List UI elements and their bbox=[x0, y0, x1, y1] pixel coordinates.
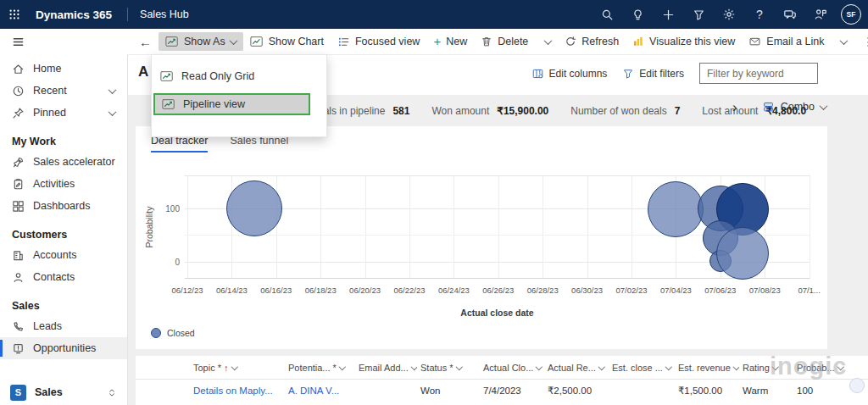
x-gridline bbox=[542, 175, 543, 279]
person-icon bbox=[12, 271, 25, 284]
x-gridline bbox=[365, 175, 366, 279]
row-select-cell[interactable] bbox=[136, 380, 190, 402]
legend-dot-icon bbox=[151, 328, 161, 338]
opportunities-grid: Topic * ↑Potentia... *Email Add...Status… bbox=[136, 356, 868, 405]
edit-columns-icon bbox=[531, 68, 544, 80]
x-tick-label: 06/14/23 bbox=[208, 286, 255, 295]
show-chart-button[interactable]: Show Chart bbox=[243, 32, 331, 51]
x-tick-label: 07/04/23 bbox=[652, 286, 699, 295]
bubble-06-15-23-p100[interactable] bbox=[226, 180, 282, 236]
menu-item-read-only-grid[interactable]: Read Only Grid bbox=[160, 66, 320, 86]
filter-icon[interactable] bbox=[683, 0, 714, 29]
table-row[interactable]: Details on Maply...A. DINA V...Won7/4/20… bbox=[136, 380, 868, 402]
chevron-down-icon bbox=[455, 363, 462, 370]
bubble-07-04-23-p98[interactable] bbox=[648, 181, 704, 237]
chevron-down-icon bbox=[229, 36, 237, 45]
column-header-actual-clo[interactable]: Actual Clo... bbox=[480, 356, 544, 380]
show-chart-icon bbox=[250, 36, 264, 47]
x-gridline bbox=[498, 175, 499, 279]
sidebar-item-accounts[interactable]: Accounts bbox=[0, 244, 127, 266]
delete-button[interactable]: Delete bbox=[474, 32, 535, 51]
column-header-potentia[interactable]: Potentia... * bbox=[285, 356, 355, 380]
chevron-down-icon bbox=[837, 363, 844, 370]
column-header-est-revenue[interactable]: Est. revenue bbox=[675, 356, 739, 380]
sidebar-item-contacts[interactable]: Contacts bbox=[0, 266, 127, 288]
metrics-scroll-right-chevron[interactable]: › bbox=[732, 99, 737, 116]
edit-filters-button[interactable]: Edit filters bbox=[622, 68, 684, 80]
column-header-label: Est. close ... bbox=[612, 363, 663, 373]
email-link-label: Email a Link bbox=[766, 36, 824, 47]
y-tick-0: 0 bbox=[156, 258, 180, 267]
settings-gear-icon[interactable] bbox=[714, 0, 744, 29]
tab-deal-tracker[interactable]: Deal tracker bbox=[151, 135, 208, 153]
focused-view-label: Focused view bbox=[355, 36, 420, 47]
sidebar-item-recent[interactable]: Recent bbox=[0, 80, 127, 102]
chart-type-selector[interactable]: Combo bbox=[762, 101, 826, 113]
chevron-down-icon[interactable] bbox=[108, 86, 117, 94]
area-label: Sales bbox=[35, 386, 63, 398]
column-header-est-close[interactable]: Est. close ... bbox=[609, 356, 675, 380]
bubble-07-07-23-p16[interactable] bbox=[716, 227, 769, 280]
column-header-probab[interactable]: Probab... bbox=[793, 356, 868, 380]
scroll-indicator[interactable] bbox=[849, 378, 865, 393]
sidebar-item-label: Recent bbox=[33, 85, 67, 97]
tab-sales-funnel[interactable]: Sales funnel bbox=[230, 135, 288, 153]
column-header-label: Actual Re... bbox=[548, 363, 596, 373]
show-as-button[interactable]: Show As bbox=[159, 32, 243, 51]
chevron-down-icon[interactable] bbox=[108, 108, 117, 116]
focused-view-button[interactable]: Focused view bbox=[331, 32, 426, 52]
sidebar-item-sales-accelerator[interactable]: Sales accelerator bbox=[0, 151, 127, 173]
cell-link[interactable]: Details on Maply... bbox=[190, 380, 285, 402]
edit-columns-button[interactable]: Edit columns bbox=[531, 68, 608, 80]
column-header-topic[interactable]: Topic * ↑ bbox=[190, 356, 285, 380]
lightbulb-icon[interactable] bbox=[622, 0, 653, 29]
column-header-rating[interactable]: Rating bbox=[739, 356, 793, 380]
visualize-view-button[interactable]: Visualize this view bbox=[626, 32, 742, 51]
help-icon[interactable]: ? bbox=[744, 0, 775, 29]
waffle-menu-icon[interactable] bbox=[0, 8, 29, 20]
legend-item-closed[interactable]: Closed bbox=[151, 328, 195, 338]
sidebar-item-leads[interactable]: Leads bbox=[0, 315, 127, 337]
sidebar-item-dashboards[interactable]: Dashboards bbox=[0, 195, 127, 217]
phone-icon bbox=[12, 320, 25, 333]
email-link-button[interactable]: Email a Link bbox=[742, 32, 831, 51]
filter-keyword-input[interactable] bbox=[699, 63, 818, 84]
edit-columns-label: Edit columns bbox=[549, 68, 608, 80]
app-area-title[interactable]: Sales Hub bbox=[140, 8, 189, 20]
email-split-chevron[interactable] bbox=[834, 36, 854, 48]
teams-chat-icon[interactable] bbox=[775, 0, 805, 29]
x-gridline bbox=[320, 175, 321, 279]
sidebar-item-activities[interactable]: Activities bbox=[0, 173, 127, 195]
user-avatar[interactable]: SF bbox=[841, 4, 861, 25]
column-header-actual-re[interactable]: Actual Re... bbox=[544, 356, 609, 380]
back-button[interactable]: ← bbox=[132, 31, 159, 53]
collapse-sitemap-button[interactable] bbox=[0, 29, 127, 54]
sidebar-section-my-work: My Work bbox=[0, 132, 127, 151]
chevron-down-icon bbox=[772, 363, 779, 370]
email-icon bbox=[748, 36, 761, 47]
column-header-email-add[interactable]: Email Add... bbox=[355, 356, 417, 380]
column-header-status[interactable]: Status * bbox=[417, 356, 480, 380]
refresh-button[interactable]: Refresh bbox=[558, 32, 626, 51]
user-badge-icon[interactable] bbox=[805, 0, 836, 29]
area-switcher[interactable]: S Sales bbox=[0, 380, 127, 405]
cell-link[interactable]: A. DINA V... bbox=[285, 380, 355, 402]
sidebar-item-label: Pinned bbox=[33, 107, 66, 119]
overflow-menu-button[interactable]: ⋮ bbox=[854, 35, 868, 48]
x-tick-label: 06/30/23 bbox=[564, 286, 611, 295]
new-button[interactable]: + New bbox=[426, 32, 474, 51]
area-badge: S bbox=[10, 385, 26, 401]
search-icon[interactable] bbox=[592, 0, 622, 29]
grid-select-column-header[interactable] bbox=[136, 356, 190, 380]
add-icon[interactable] bbox=[653, 0, 683, 29]
building-icon bbox=[12, 249, 25, 262]
sidebar-item-home[interactable]: Home bbox=[0, 58, 127, 80]
delete-split-chevron[interactable] bbox=[538, 36, 558, 48]
board-icon bbox=[12, 342, 25, 355]
sidebar-item-pinned[interactable]: Pinned bbox=[0, 102, 127, 124]
cell-value: ₹2,500.00 bbox=[544, 380, 609, 402]
sidebar-item-opportunities[interactable]: Opportunities bbox=[0, 337, 127, 359]
focused-view-icon bbox=[337, 36, 350, 48]
menu-item-pipeline-view[interactable]: Pipeline view bbox=[153, 93, 310, 115]
brand-title[interactable]: Dynamics 365 bbox=[36, 8, 112, 21]
